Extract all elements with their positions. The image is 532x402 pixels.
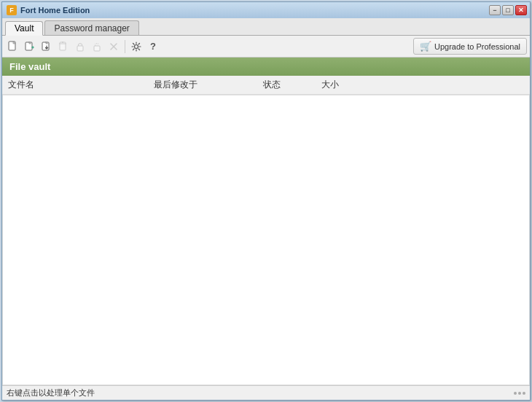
col-header-name: 文件名: [2, 77, 148, 92]
section-title: File vault: [9, 61, 50, 72]
tab-vault[interactable]: Vault: [5, 21, 43, 36]
remove-icon: [58, 41, 69, 52]
toolbar: ? 🛒 Upgrade to Professional: [2, 36, 530, 58]
window-title: Fort Home Edition: [20, 6, 90, 15]
title-bar-left: F Fort Home Edition: [7, 5, 90, 15]
dot3: [523, 392, 525, 395]
close-button[interactable]: ✕: [515, 5, 527, 15]
col-header-size: 大小: [316, 77, 374, 92]
unlock-icon: [91, 41, 103, 52]
unlock-button[interactable]: [89, 39, 105, 55]
status-bar: 右键点击以处理单个文件: [2, 385, 530, 400]
status-text: 右键点击以处理单个文件: [7, 387, 95, 398]
tabs-bar: Vault Password manager: [2, 18, 530, 36]
svg-rect-1: [26, 42, 32, 50]
remove-button[interactable]: [55, 39, 71, 55]
table-header: 文件名 最后修改于 状态 大小: [2, 76, 530, 95]
delete-button[interactable]: [106, 39, 122, 55]
help-label: ?: [150, 41, 156, 52]
export-button[interactable]: [39, 39, 55, 55]
status-dots: [514, 392, 525, 395]
toolbar-separator: [125, 40, 125, 53]
new-file-icon: [7, 41, 19, 52]
upgrade-button[interactable]: 🛒 Upgrade to Professional: [413, 38, 527, 55]
upgrade-label: Upgrade to Professional: [434, 42, 520, 51]
toolbar-actions: ?: [5, 39, 413, 55]
delete-icon: [108, 41, 120, 52]
tab-password-manager[interactable]: Password manager: [44, 20, 138, 35]
dot1: [514, 392, 517, 395]
help-button[interactable]: ?: [145, 39, 161, 55]
file-list[interactable]: [2, 95, 530, 385]
svg-rect-6: [77, 46, 83, 51]
svg-rect-2: [42, 42, 49, 50]
gear-icon: [130, 41, 142, 52]
maximize-button[interactable]: □: [502, 5, 514, 15]
svg-rect-7: [94, 46, 100, 51]
col-header-status: 状态: [257, 77, 316, 92]
col-header-modified: 最后修改于: [148, 77, 257, 92]
add-icon: [24, 41, 36, 52]
minimize-button[interactable]: −: [489, 5, 501, 15]
add-button[interactable]: [22, 39, 38, 55]
export-icon: [41, 41, 52, 52]
lock-icon: [74, 41, 86, 52]
svg-point-10: [135, 44, 138, 48]
window-controls: − □ ✕: [489, 5, 527, 15]
new-file-button[interactable]: [5, 39, 21, 55]
lock-button[interactable]: [72, 39, 88, 55]
section-header: File vault: [2, 58, 530, 76]
dot2: [518, 392, 521, 395]
main-window: F Fort Home Edition − □ ✕ Vault Password…: [1, 1, 531, 401]
app-icon: F: [7, 5, 17, 15]
cart-icon: 🛒: [420, 41, 431, 52]
title-bar: F Fort Home Edition − □ ✕: [2, 2, 530, 18]
settings-button[interactable]: [128, 39, 144, 55]
